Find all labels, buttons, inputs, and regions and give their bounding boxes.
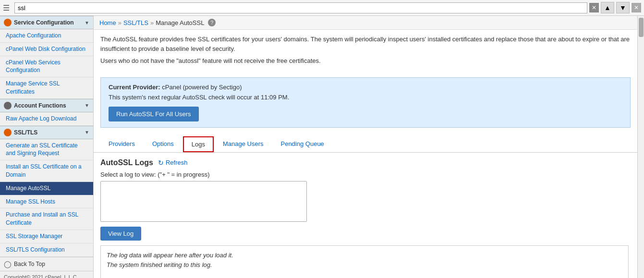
scrollbar-thumb[interactable] xyxy=(639,18,644,37)
sidebar: Service Configuration ▼ Apache Configura… xyxy=(0,16,94,278)
sidebar-section-ssl-tls-label: SSL/TLS xyxy=(14,129,37,136)
search-input[interactable] xyxy=(14,2,587,13)
sidebar-section-service-config[interactable]: Service Configuration ▼ xyxy=(0,16,93,29)
log-line1: The log data will appear here after you … xyxy=(107,251,622,261)
sidebar-item-manage-autossl[interactable]: Manage AutoSSL xyxy=(0,182,93,195)
sidebar-section-ssl-tls[interactable]: SSL/TLS ▼ xyxy=(0,126,93,139)
back-to-top-icon: ◯ xyxy=(4,260,12,268)
log-select[interactable] xyxy=(100,181,307,222)
service-config-icon xyxy=(4,19,12,26)
breadcrumb-home[interactable]: Home xyxy=(99,19,116,26)
breadcrumb: Home » SSL/TLS » Manage AutoSSL ? xyxy=(94,16,637,30)
breadcrumb-ssl-tls[interactable]: SSL/TLS xyxy=(123,19,148,26)
sidebar-item-cpanel-web-services[interactable]: cPanel Web Services Configuration xyxy=(0,56,93,78)
sidebar-item-ssl-storage[interactable]: SSL Storage Manager xyxy=(0,230,93,243)
sidebar-section-service-config-label: Service Configuration xyxy=(14,19,74,26)
view-log-button[interactable]: View Log xyxy=(100,227,141,241)
refresh-label: Refresh xyxy=(166,159,188,166)
provider-label: Current Provider: xyxy=(109,84,160,91)
description-line2: Users who do not have the "autossl" feat… xyxy=(100,56,631,66)
tab-providers[interactable]: Providers xyxy=(100,136,143,152)
provider-line: Current Provider: cPanel (powered by Sec… xyxy=(109,84,622,91)
provider-value: cPanel (powered by Sectigo) xyxy=(162,84,242,91)
tab-manage-users[interactable]: Manage Users xyxy=(215,136,272,152)
next-check-text: This system's next regular AutoSSL check… xyxy=(109,94,622,101)
logs-section: AutoSSL Logs ↻ Refresh Select a log to v… xyxy=(94,153,637,278)
tab-options[interactable]: Options xyxy=(144,136,182,152)
sidebar-item-manage-service-ssl[interactable]: Manage Service SSL Certificates xyxy=(0,77,93,99)
description-section: The AutoSSL feature provides free SSL ce… xyxy=(94,30,637,73)
log-line2: The system finished writing to this log. xyxy=(107,260,622,270)
logs-header: AutoSSL Logs ↻ Refresh xyxy=(100,158,631,167)
sidebar-item-install-ssl[interactable]: Install an SSL Certificate on a Domain xyxy=(0,160,93,182)
refresh-icon: ↻ xyxy=(158,159,164,167)
description-line1: The AutoSSL feature provides free SSL ce… xyxy=(100,35,631,53)
ssl-tls-icon xyxy=(4,129,12,136)
sidebar-section-account-functions-label: Account Functions xyxy=(14,102,66,109)
breadcrumb-sep-1: » xyxy=(118,19,122,26)
tabs-bar: Providers Options Logs Manage Users Pend… xyxy=(94,132,637,153)
copyright-text: Copyright© 2021 cPanel, L.L.C. xyxy=(4,274,89,278)
main-content: Home » SSL/TLS » Manage AutoSSL ? The Au… xyxy=(94,16,637,278)
select-log-label: Select a log to view: ("+ " = in progres… xyxy=(100,171,631,178)
ssl-tls-caret: ▼ xyxy=(85,130,89,135)
right-scrollbar[interactable] xyxy=(637,16,644,278)
sidebar-item-manage-ssl-hosts[interactable]: Manage SSL Hosts xyxy=(0,195,93,209)
sidebar-item-generate-ssl[interactable]: Generate an SSL Certificate and Signing … xyxy=(0,139,93,161)
sidebar-section-account-functions[interactable]: Account Functions ▼ xyxy=(0,99,93,112)
sidebar-item-apache-config[interactable]: Apache Configuration xyxy=(0,29,93,43)
sidebar-item-cpanel-web-disk[interactable]: cPanel Web Disk Configuration xyxy=(0,43,93,56)
search-clear-button[interactable]: ✕ xyxy=(589,3,599,12)
account-functions-icon xyxy=(4,102,12,109)
sidebar-item-ssl-tls-config[interactable]: SSL/TLS Configuration xyxy=(0,243,93,257)
top-search-bar: ☰ ✕ ▲ ▼ ✕ xyxy=(0,0,644,16)
hamburger-icon[interactable]: ☰ xyxy=(3,3,10,12)
help-icon[interactable]: ? xyxy=(208,19,216,26)
nav-down-button[interactable]: ▼ xyxy=(616,2,630,13)
account-functions-caret: ▼ xyxy=(85,103,89,108)
sidebar-footer: Copyright© 2021 cPanel, L.L.C. EULA Trad… xyxy=(0,271,93,278)
back-to-top-button[interactable]: ◯ Back To Top xyxy=(0,257,93,271)
logs-title: AutoSSL Logs xyxy=(100,158,153,167)
sidebar-item-purchase-ssl[interactable]: Purchase and Install an SSL Certificate xyxy=(0,208,93,230)
run-autossl-button[interactable]: Run AutoSSL For All Users xyxy=(109,107,199,121)
refresh-link[interactable]: ↻ Refresh xyxy=(158,159,188,167)
back-to-top-label: Back To Top xyxy=(14,261,45,267)
tab-pending-queue[interactable]: Pending Queue xyxy=(272,136,332,152)
log-output: The log data will appear here after you … xyxy=(100,245,629,278)
service-config-caret: ▼ xyxy=(85,20,89,25)
window-close-button[interactable]: ✕ xyxy=(632,3,641,12)
breadcrumb-current: Manage AutoSSL xyxy=(156,19,204,26)
sidebar-item-raw-apache-log[interactable]: Raw Apache Log Download xyxy=(0,112,93,126)
tab-logs[interactable]: Logs xyxy=(183,136,214,152)
breadcrumb-sep-2: » xyxy=(150,19,154,26)
info-box: Current Provider: cPanel (powered by Sec… xyxy=(100,77,631,128)
nav-up-button[interactable]: ▲ xyxy=(601,2,614,13)
